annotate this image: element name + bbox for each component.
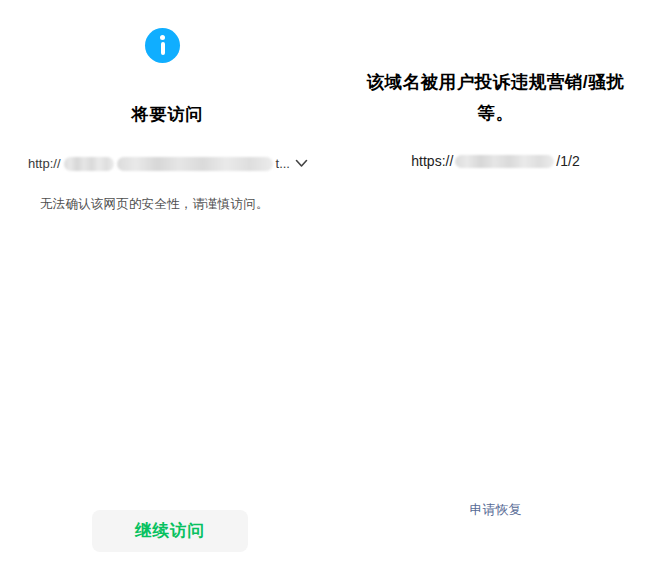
info-icon-stem [161,42,165,55]
continue-button[interactable]: 继续访问 [92,510,248,552]
redacted-url-segment [117,157,273,171]
chevron-down-icon[interactable] [295,159,308,168]
complaint-line2: 等。 [330,98,661,129]
reported-url-row: https:// /1/2 [330,153,661,169]
apply-recovery-link[interactable]: 申请恢复 [330,501,661,519]
screenshot-canvas: 将要访问 http:// t... 无法确认该网页的安全性，请谨慎访问。 继续访… [0,0,661,577]
info-icon [145,28,180,63]
domain-complaint-page: 该域名被用户投诉违规营销/骚扰 等。 https:// /1/2 申请恢复 [330,0,661,577]
page-title: 将要访问 [0,103,335,126]
url-prefix: http:// [28,156,61,171]
url-tail: /1/2 [556,153,579,169]
visit-warning-page: 将要访问 http:// t... 无法确认该网页的安全性，请谨慎访问。 继续访… [0,0,330,577]
url-prefix: https:// [411,153,453,169]
warning-text: 无法确认该网页的安全性，请谨慎访问。 [40,196,269,213]
url-tail: t... [276,156,290,171]
complaint-heading: 该域名被用户投诉违规营销/骚扰 等。 [330,67,661,129]
redacted-url-segment [455,155,554,168]
redacted-url-segment [64,157,114,171]
info-icon-dot [160,35,165,40]
complaint-line1: 该域名被用户投诉违规营销/骚扰 [330,67,661,98]
target-url-row: http:// t... [28,156,308,171]
